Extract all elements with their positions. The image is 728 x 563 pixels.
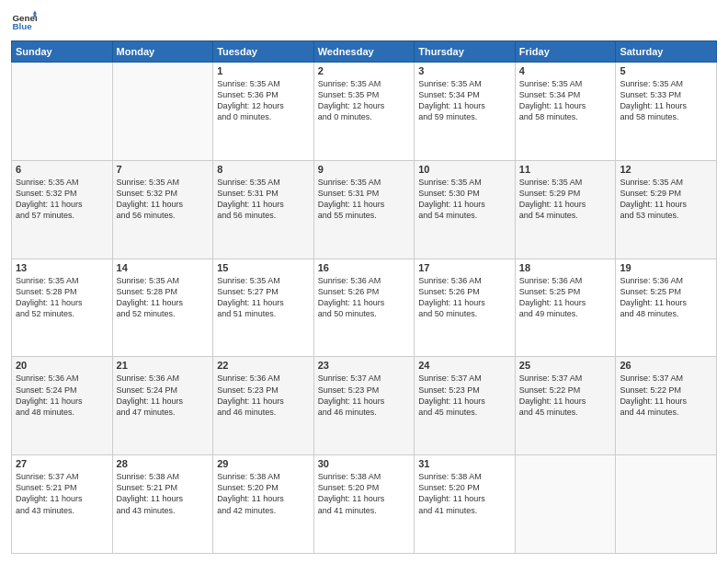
calendar-cell: 5Sunrise: 5:35 AMSunset: 5:33 PMDaylight… <box>616 63 717 161</box>
day-number: 10 <box>418 164 511 175</box>
cell-info: Sunrise: 5:35 AMSunset: 5:28 PMDaylight:… <box>16 275 108 320</box>
calendar-cell: 8Sunrise: 5:35 AMSunset: 5:31 PMDaylight… <box>213 160 314 259</box>
cell-info: Sunrise: 5:35 AMSunset: 5:27 PMDaylight:… <box>217 275 310 320</box>
logo: General Blue <box>11 9 40 35</box>
cell-info: Sunrise: 5:35 AMSunset: 5:28 PMDaylight:… <box>117 275 210 320</box>
day-number: 8 <box>217 164 310 175</box>
svg-text:Blue: Blue <box>12 21 32 31</box>
day-number: 13 <box>16 262 108 273</box>
calendar-cell: 25Sunrise: 5:37 AMSunset: 5:22 PMDayligh… <box>515 357 616 455</box>
cell-info: Sunrise: 5:35 AMSunset: 5:36 PMDaylight:… <box>217 78 310 123</box>
day-number: 2 <box>318 65 411 76</box>
cell-info: Sunrise: 5:37 AMSunset: 5:23 PMDaylight:… <box>318 373 411 418</box>
calendar-cell: 10Sunrise: 5:35 AMSunset: 5:30 PMDayligh… <box>415 160 516 259</box>
day-number: 23 <box>318 360 411 371</box>
calendar-cell: 19Sunrise: 5:36 AMSunset: 5:25 PMDayligh… <box>616 259 717 357</box>
header: General Blue <box>11 9 717 35</box>
week-row-2: 6Sunrise: 5:35 AMSunset: 5:32 PMDaylight… <box>12 160 717 259</box>
cell-info: Sunrise: 5:37 AMSunset: 5:23 PMDaylight:… <box>418 373 511 418</box>
day-number: 7 <box>117 164 210 175</box>
calendar-cell: 17Sunrise: 5:36 AMSunset: 5:26 PMDayligh… <box>415 259 516 357</box>
calendar-cell: 23Sunrise: 5:37 AMSunset: 5:23 PMDayligh… <box>313 357 415 455</box>
day-number: 31 <box>418 458 511 469</box>
cell-info: Sunrise: 5:37 AMSunset: 5:22 PMDaylight:… <box>519 373 612 418</box>
day-number: 5 <box>620 65 712 76</box>
day-number: 12 <box>620 164 712 175</box>
day-number: 14 <box>117 262 210 273</box>
calendar-cell: 26Sunrise: 5:37 AMSunset: 5:22 PMDayligh… <box>616 357 717 455</box>
weekday-header-row: SundayMondayTuesdayWednesdayThursdayFrid… <box>12 41 717 63</box>
week-row-3: 13Sunrise: 5:35 AMSunset: 5:28 PMDayligh… <box>12 259 717 357</box>
weekday-header-friday: Friday <box>515 41 616 63</box>
day-number: 28 <box>117 458 210 469</box>
calendar-cell: 20Sunrise: 5:36 AMSunset: 5:24 PMDayligh… <box>12 357 113 455</box>
cell-info: Sunrise: 5:36 AMSunset: 5:24 PMDaylight:… <box>16 373 108 418</box>
weekday-header-monday: Monday <box>112 41 213 63</box>
day-number: 19 <box>620 262 712 273</box>
day-number: 26 <box>620 360 712 371</box>
calendar-cell: 7Sunrise: 5:35 AMSunset: 5:32 PMDaylight… <box>112 160 213 259</box>
cell-info: Sunrise: 5:38 AMSunset: 5:20 PMDaylight:… <box>217 471 310 516</box>
day-number: 18 <box>519 262 612 273</box>
cell-info: Sunrise: 5:35 AMSunset: 5:34 PMDaylight:… <box>519 78 612 123</box>
cell-info: Sunrise: 5:35 AMSunset: 5:30 PMDaylight:… <box>418 177 511 222</box>
cell-info: Sunrise: 5:35 AMSunset: 5:32 PMDaylight:… <box>117 177 210 222</box>
page: General Blue SundayMondayTuesdayWednesda… <box>0 0 728 563</box>
calendar-cell: 3Sunrise: 5:35 AMSunset: 5:34 PMDaylight… <box>415 63 516 161</box>
cell-info: Sunrise: 5:38 AMSunset: 5:20 PMDaylight:… <box>318 471 411 516</box>
cell-info: Sunrise: 5:35 AMSunset: 5:33 PMDaylight:… <box>620 78 712 123</box>
weekday-header-wednesday: Wednesday <box>313 41 415 63</box>
calendar-cell: 2Sunrise: 5:35 AMSunset: 5:35 PMDaylight… <box>313 63 415 161</box>
calendar-cell: 9Sunrise: 5:35 AMSunset: 5:31 PMDaylight… <box>313 160 415 259</box>
calendar-cell: 27Sunrise: 5:37 AMSunset: 5:21 PMDayligh… <box>12 455 113 554</box>
day-number: 16 <box>318 262 411 273</box>
calendar-cell: 21Sunrise: 5:36 AMSunset: 5:24 PMDayligh… <box>112 357 213 455</box>
day-number: 1 <box>217 65 310 76</box>
cell-info: Sunrise: 5:37 AMSunset: 5:22 PMDaylight:… <box>620 373 712 418</box>
cell-info: Sunrise: 5:36 AMSunset: 5:23 PMDaylight:… <box>217 373 310 418</box>
calendar-cell: 29Sunrise: 5:38 AMSunset: 5:20 PMDayligh… <box>213 455 314 554</box>
cell-info: Sunrise: 5:36 AMSunset: 5:25 PMDaylight:… <box>519 275 612 320</box>
cell-info: Sunrise: 5:36 AMSunset: 5:26 PMDaylight:… <box>318 275 411 320</box>
calendar-cell: 15Sunrise: 5:35 AMSunset: 5:27 PMDayligh… <box>213 259 314 357</box>
week-row-1: 1Sunrise: 5:35 AMSunset: 5:36 PMDaylight… <box>12 63 717 161</box>
weekday-header-tuesday: Tuesday <box>213 41 314 63</box>
cell-info: Sunrise: 5:36 AMSunset: 5:26 PMDaylight:… <box>418 275 511 320</box>
day-number: 3 <box>418 65 511 76</box>
calendar-cell: 18Sunrise: 5:36 AMSunset: 5:25 PMDayligh… <box>515 259 616 357</box>
calendar-table: SundayMondayTuesdayWednesdayThursdayFrid… <box>11 40 717 554</box>
calendar-cell: 4Sunrise: 5:35 AMSunset: 5:34 PMDaylight… <box>515 63 616 161</box>
calendar-cell: 24Sunrise: 5:37 AMSunset: 5:23 PMDayligh… <box>415 357 516 455</box>
cell-info: Sunrise: 5:35 AMSunset: 5:32 PMDaylight:… <box>16 177 108 222</box>
day-number: 24 <box>418 360 511 371</box>
cell-info: Sunrise: 5:37 AMSunset: 5:21 PMDaylight:… <box>16 471 108 516</box>
day-number: 29 <box>217 458 310 469</box>
calendar-cell: 6Sunrise: 5:35 AMSunset: 5:32 PMDaylight… <box>12 160 113 259</box>
day-number: 25 <box>519 360 612 371</box>
cell-info: Sunrise: 5:36 AMSunset: 5:24 PMDaylight:… <box>117 373 210 418</box>
day-number: 27 <box>16 458 108 469</box>
day-number: 21 <box>117 360 210 371</box>
day-number: 15 <box>217 262 310 273</box>
calendar-cell <box>515 455 616 554</box>
day-number: 4 <box>519 65 612 76</box>
cell-info: Sunrise: 5:35 AMSunset: 5:29 PMDaylight:… <box>620 177 712 222</box>
cell-info: Sunrise: 5:38 AMSunset: 5:21 PMDaylight:… <box>117 471 210 516</box>
day-number: 22 <box>217 360 310 371</box>
calendar-cell: 28Sunrise: 5:38 AMSunset: 5:21 PMDayligh… <box>112 455 213 554</box>
week-row-4: 20Sunrise: 5:36 AMSunset: 5:24 PMDayligh… <box>12 357 717 455</box>
cell-info: Sunrise: 5:36 AMSunset: 5:25 PMDaylight:… <box>620 275 712 320</box>
cell-info: Sunrise: 5:35 AMSunset: 5:31 PMDaylight:… <box>217 177 310 222</box>
cell-info: Sunrise: 5:35 AMSunset: 5:35 PMDaylight:… <box>318 78 411 123</box>
cell-info: Sunrise: 5:35 AMSunset: 5:31 PMDaylight:… <box>318 177 411 222</box>
calendar-cell: 1Sunrise: 5:35 AMSunset: 5:36 PMDaylight… <box>213 63 314 161</box>
calendar-cell: 13Sunrise: 5:35 AMSunset: 5:28 PMDayligh… <box>12 259 113 357</box>
day-number: 9 <box>318 164 411 175</box>
calendar-cell: 31Sunrise: 5:38 AMSunset: 5:20 PMDayligh… <box>415 455 516 554</box>
weekday-header-sunday: Sunday <box>12 41 113 63</box>
day-number: 17 <box>418 262 511 273</box>
calendar-cell: 12Sunrise: 5:35 AMSunset: 5:29 PMDayligh… <box>616 160 717 259</box>
calendar-cell <box>12 63 113 161</box>
calendar-cell: 30Sunrise: 5:38 AMSunset: 5:20 PMDayligh… <box>313 455 415 554</box>
calendar-cell: 22Sunrise: 5:36 AMSunset: 5:23 PMDayligh… <box>213 357 314 455</box>
